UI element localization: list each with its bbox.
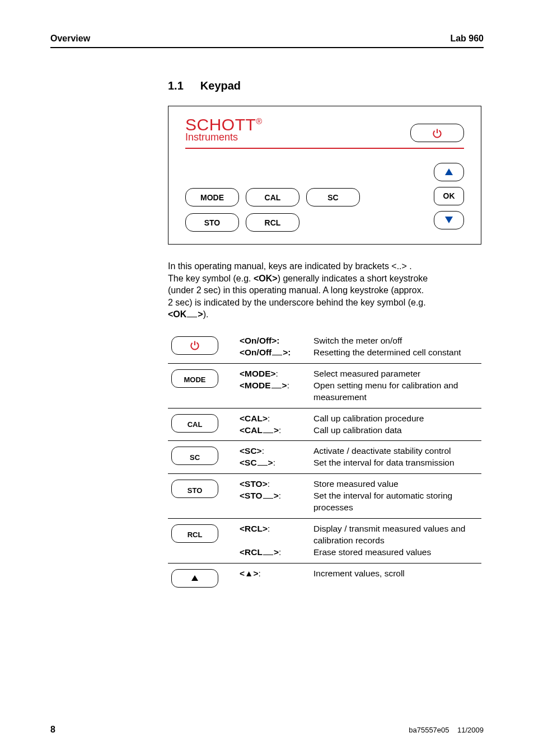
desc-short: Activate / deactivate stability control bbox=[313, 446, 451, 456]
table-row: <▲>: Increment values, scroll bbox=[168, 563, 481, 592]
power-icon bbox=[189, 340, 200, 351]
underscore-icon bbox=[187, 317, 197, 317]
down-button[interactable] bbox=[434, 211, 464, 229]
mode-key-icon: MODE bbox=[171, 369, 218, 388]
para-l2a: The key symbol (e.g. bbox=[168, 274, 254, 283]
sc-button-label: SC bbox=[327, 193, 338, 202]
table-row: <On/Off>: <On/Off>: Switch the meter on/… bbox=[168, 331, 481, 363]
symbol-long-pre: <RCL bbox=[240, 547, 263, 557]
mode-button[interactable]: MODE bbox=[185, 188, 239, 206]
cal-key-icon: CAL bbox=[171, 414, 218, 433]
ok-button-label: OK bbox=[443, 191, 455, 200]
para-l4: 2 sec) is indicated by the underscore be… bbox=[168, 298, 426, 307]
doc-id-code: ba75557e05 bbox=[409, 726, 449, 734]
sto-key-icon: STO bbox=[171, 480, 218, 498]
desc-long: Set the interval for automatic storing p… bbox=[313, 491, 452, 512]
doc-date: 11/2009 bbox=[457, 726, 484, 734]
desc-short: Call up calibration procedure bbox=[313, 414, 424, 423]
intro-paragraph: In this operating manual, keys are indic… bbox=[168, 260, 481, 321]
cal-button-label: CAL bbox=[265, 193, 281, 202]
keypad-diagram: SCHOTT® Instruments MODE CAL SC S bbox=[168, 106, 481, 245]
symbol-long-pre: <CAL bbox=[240, 425, 263, 435]
symbol-short: <MODE> bbox=[240, 369, 276, 378]
symbol-short: <STO> bbox=[240, 479, 268, 489]
symbol-short: <CAL> bbox=[240, 414, 268, 423]
power-icon bbox=[432, 128, 443, 139]
registered-mark: ® bbox=[256, 116, 263, 126]
symbol-long-post: > bbox=[268, 458, 273, 467]
symbol-long-post: > bbox=[274, 491, 279, 500]
mini-key-label: SC bbox=[190, 453, 200, 463]
underscore-icon bbox=[263, 433, 273, 433]
symbol-long-pre: <MODE bbox=[240, 381, 271, 390]
desc-short: Select measured parameter bbox=[313, 369, 420, 378]
triangle-up-icon bbox=[191, 575, 198, 581]
sc-key-icon: SC bbox=[171, 447, 218, 465]
underscore-icon bbox=[257, 465, 268, 466]
table-row: MODE <MODE>: <MODE>: Select measured par… bbox=[168, 363, 481, 408]
underscore-icon bbox=[263, 498, 273, 499]
symbol-long-pre: <On/Off bbox=[240, 348, 271, 357]
brand-divider bbox=[185, 148, 464, 149]
section-number: 1.1 bbox=[168, 79, 184, 92]
brand-logo: SCHOTT® Instruments bbox=[185, 116, 263, 142]
table-row: STO <STO>: <STO>: Store measured value S… bbox=[168, 474, 481, 519]
mini-key-label: MODE bbox=[184, 375, 206, 385]
symbol-short: <RCL> bbox=[240, 524, 268, 533]
page-number: 8 bbox=[50, 725, 55, 735]
desc-long: Erase stored measured values bbox=[313, 547, 431, 557]
section-title: Keypad bbox=[200, 79, 241, 92]
desc-short: Store measured value bbox=[313, 479, 399, 489]
header-left: Overview bbox=[50, 34, 90, 44]
symbol-long-post: > bbox=[274, 547, 279, 557]
para-l5c: ). bbox=[203, 309, 209, 319]
cal-button[interactable]: CAL bbox=[246, 188, 299, 206]
doc-id: ba75557e05 11/2009 bbox=[409, 726, 484, 734]
symbol-short: <SC> bbox=[240, 446, 262, 456]
para-line1: In this operating manual, keys are indic… bbox=[168, 261, 412, 271]
para-l2b: <OK> bbox=[254, 274, 278, 283]
symbol-long-post: > bbox=[274, 425, 279, 435]
ok-button[interactable]: OK bbox=[434, 187, 464, 205]
desc-long: Open setting menu for calibration and me… bbox=[313, 381, 458, 402]
symbol-long-post: >: bbox=[283, 348, 291, 357]
symbol-short: <▲> bbox=[240, 569, 258, 578]
underscore-icon bbox=[263, 555, 273, 555]
symbol-long-pre: <STO bbox=[240, 491, 263, 500]
symbol-long-post: > bbox=[282, 381, 287, 390]
para-l3: (under 2 sec) in this operating manual. … bbox=[168, 285, 424, 295]
desc-long: Call up calibration data bbox=[313, 425, 402, 435]
page-footer: 8 ba75557e05 11/2009 bbox=[50, 725, 484, 735]
sto-button[interactable]: STO bbox=[185, 213, 239, 232]
underscore-icon bbox=[271, 388, 282, 388]
key-function-table: <On/Off>: <On/Off>: Switch the meter on/… bbox=[168, 331, 481, 592]
symbol-short: <On/Off>: bbox=[240, 336, 279, 345]
up-button[interactable] bbox=[434, 163, 464, 181]
mini-key-label: CAL bbox=[188, 420, 203, 430]
table-row: CAL <CAL>: <CAL>: Call up calibration pr… bbox=[168, 408, 481, 441]
mini-key-label: RCL bbox=[188, 530, 203, 540]
rcl-button[interactable]: RCL bbox=[246, 213, 299, 232]
table-row: SC <SC>: <SC>: Activate / deactivate sta… bbox=[168, 441, 481, 474]
table-row: RCL <RCL>: <RCL>: Display / transmit mea… bbox=[168, 519, 481, 564]
para-l2c: ) generally indicates a short keystroke bbox=[278, 274, 428, 283]
desc-short: Switch the meter on/off bbox=[313, 336, 402, 345]
section-heading: 1.1 Keypad bbox=[168, 79, 484, 92]
mini-key-label: STO bbox=[188, 486, 203, 496]
desc-long: Resetting the determined cell constant bbox=[313, 348, 461, 357]
mode-button-label: MODE bbox=[200, 193, 224, 202]
desc-short: Increment values, scroll bbox=[313, 569, 405, 578]
desc-long: Set the interval for data transmission bbox=[313, 458, 455, 467]
sto-button-label: STO bbox=[204, 218, 221, 227]
desc-short: Display / transmit measured values and c… bbox=[313, 524, 465, 545]
triangle-down-icon bbox=[445, 217, 453, 223]
para-l5b: > bbox=[198, 309, 203, 319]
triangle-up-icon bbox=[445, 168, 453, 175]
sc-button[interactable]: SC bbox=[306, 188, 360, 206]
para-l5a: <OK bbox=[168, 309, 186, 319]
rcl-button-label: RCL bbox=[265, 218, 281, 227]
power-button[interactable] bbox=[410, 124, 464, 142]
page-header: Overview Lab 960 bbox=[50, 34, 484, 48]
up-key-icon bbox=[171, 569, 218, 588]
power-key-icon bbox=[171, 336, 218, 355]
